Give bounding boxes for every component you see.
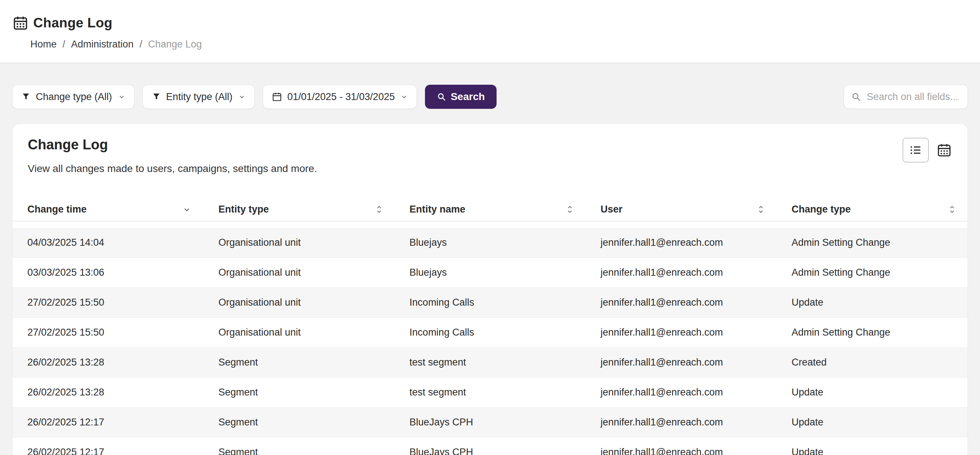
sort-descending-icon [182, 205, 191, 214]
cell-change-type: Update [776, 407, 967, 438]
filter-funnel-icon [152, 92, 161, 101]
column-header-user[interactable]: User [585, 198, 776, 221]
changelog-table: Change timeEntity typeEntity nameUserCha… [13, 198, 967, 455]
cell-entity-type: Organisational unit [204, 258, 395, 288]
table-row[interactable]: 03/03/2025 13:06Organisational unitBluej… [13, 258, 967, 288]
table-row[interactable]: 26/02/2025 12:17SegmentBlueJays CPHjenni… [13, 438, 967, 455]
cell-change-type: Created [776, 348, 967, 377]
date-range-picker[interactable]: 01/01/2025 - 31/03/2025 [263, 85, 417, 109]
page-title-row: Change Log [12, 14, 980, 32]
breadcrumb-administration[interactable]: Administration [71, 39, 134, 50]
cell-change-time: 03/03/2025 13:06 [13, 258, 204, 288]
breadcrumb-home[interactable]: Home [30, 39, 57, 50]
change-type-filter-label: Change type (All) [36, 91, 112, 103]
cell-change-time: 27/02/2025 15:50 [13, 288, 204, 318]
cell-change-type: Admin Setting Change [776, 258, 967, 288]
search-icon [437, 92, 446, 101]
cell-change-time: 26/02/2025 13:28 [13, 377, 204, 407]
cell-user: jennifer.hall1@enreach.com [585, 318, 776, 348]
page-header: Change Log Home / Administration / Chang… [0, 0, 980, 63]
cell-change-type: Admin Setting Change [776, 318, 967, 348]
cell-user: jennifer.hall1@enreach.com [585, 288, 776, 318]
column-header-change-time[interactable]: Change time [13, 198, 204, 221]
card-subtitle: View all changes made to users, campaign… [28, 163, 952, 174]
cell-user: jennifer.hall1@enreach.com [585, 377, 776, 407]
cell-change-type: Update [776, 438, 967, 455]
table-header-row: Change timeEntity typeEntity nameUserCha… [13, 198, 967, 221]
calendar-view-toggle[interactable] [931, 138, 957, 163]
cell-entity-name: Bluejays [395, 258, 586, 288]
cell-entity-name: test segment [395, 348, 586, 377]
chevron-down-icon [238, 93, 245, 100]
table-row[interactable]: 26/02/2025 13:28Segmenttest segmentjenni… [13, 348, 967, 377]
card-header: Change Log View all changes made to user… [13, 124, 967, 174]
table-row[interactable]: 26/02/2025 12:17SegmentBlueJays CPHjenni… [13, 407, 967, 438]
change-type-filter-dropdown[interactable]: Change type (All) [12, 85, 134, 109]
chevron-down-icon [401, 93, 408, 100]
entity-type-filter-label: Entity type (All) [166, 91, 233, 103]
view-toggle-group [902, 138, 957, 163]
table-row[interactable]: 27/02/2025 15:50Organisational unitIncom… [13, 318, 967, 348]
chevron-down-icon [118, 93, 125, 100]
column-header-change-type[interactable]: Change type [776, 198, 967, 221]
column-label: User [600, 204, 622, 215]
filter-bar: Change type (All) Entity type (All) 01/0… [12, 85, 968, 109]
search-all-fields-input[interactable] [844, 85, 968, 109]
cell-change-type: Update [776, 377, 967, 407]
cell-entity-type: Organisational unit [204, 288, 395, 318]
table-row[interactable]: 26/02/2025 13:28Segmenttest segmentjenni… [13, 377, 967, 407]
changelog-card: Change Log View all changes made to user… [12, 124, 968, 455]
sort-updown-icon [758, 204, 764, 215]
list-view-toggle[interactable] [902, 138, 929, 163]
calendar-icon [272, 92, 282, 102]
cell-user: jennifer.hall1@enreach.com [585, 407, 776, 438]
cell-entity-name: BlueJays CPH [395, 438, 586, 455]
page-title: Change Log [33, 15, 113, 31]
cell-change-time: 26/02/2025 12:17 [13, 407, 204, 438]
cell-user: jennifer.hall1@enreach.com [585, 228, 776, 258]
column-label: Change type [791, 204, 851, 215]
cell-entity-type: Organisational unit [204, 318, 395, 348]
cell-entity-name: Bluejays [395, 228, 586, 258]
column-label: Entity name [410, 204, 466, 215]
cell-entity-name: Incoming Calls [395, 318, 586, 348]
table-row[interactable]: 04/03/2025 14:04Organisational unitBluej… [13, 228, 967, 258]
changelog-calendar-icon [12, 14, 29, 32]
search-button[interactable]: Search [425, 85, 496, 109]
sort-updown-icon [949, 204, 955, 215]
cell-entity-name: Incoming Calls [395, 288, 586, 318]
cell-entity-type: Segment [204, 438, 395, 455]
date-range-label: 01/01/2025 - 31/03/2025 [287, 91, 395, 103]
breadcrumb-separator: / [140, 39, 143, 50]
breadcrumb-current-page: Change Log [148, 39, 202, 50]
cell-entity-name: test segment [395, 377, 586, 407]
cell-entity-type: Organisational unit [204, 228, 395, 258]
cell-change-type: Update [776, 288, 967, 318]
filter-funnel-icon [21, 92, 31, 101]
breadcrumb: Home / Administration / Change Log [30, 39, 980, 50]
cell-change-time: 26/02/2025 12:17 [13, 438, 204, 455]
search-button-label: Search [450, 91, 485, 103]
cell-user: jennifer.hall1@enreach.com [585, 258, 776, 288]
column-label: Change time [27, 204, 87, 215]
cell-entity-name: BlueJays CPH [395, 407, 586, 438]
sort-updown-icon [376, 204, 382, 215]
cell-change-time: 27/02/2025 15:50 [13, 318, 204, 348]
entity-type-filter-dropdown[interactable]: Entity type (All) [143, 85, 255, 109]
cell-change-time: 04/03/2025 14:04 [13, 228, 204, 258]
cell-entity-type: Segment [204, 377, 395, 407]
cell-user: jennifer.hall1@enreach.com [585, 348, 776, 377]
column-label: Entity type [218, 204, 269, 215]
cell-change-time: 26/02/2025 13:28 [13, 348, 204, 377]
global-search [844, 85, 968, 109]
breadcrumb-separator: / [62, 39, 65, 50]
card-title: Change Log [28, 137, 952, 153]
table-body: 04/03/2025 14:04Organisational unitBluej… [13, 221, 967, 455]
column-header-entity-type[interactable]: Entity type [204, 198, 395, 221]
cell-user: jennifer.hall1@enreach.com [585, 438, 776, 455]
column-header-entity-name[interactable]: Entity name [395, 198, 586, 221]
cell-entity-type: Segment [204, 407, 395, 438]
sort-updown-icon [567, 204, 573, 215]
cell-change-type: Admin Setting Change [776, 228, 967, 258]
table-row[interactable]: 27/02/2025 15:50Organisational unitIncom… [13, 288, 967, 318]
